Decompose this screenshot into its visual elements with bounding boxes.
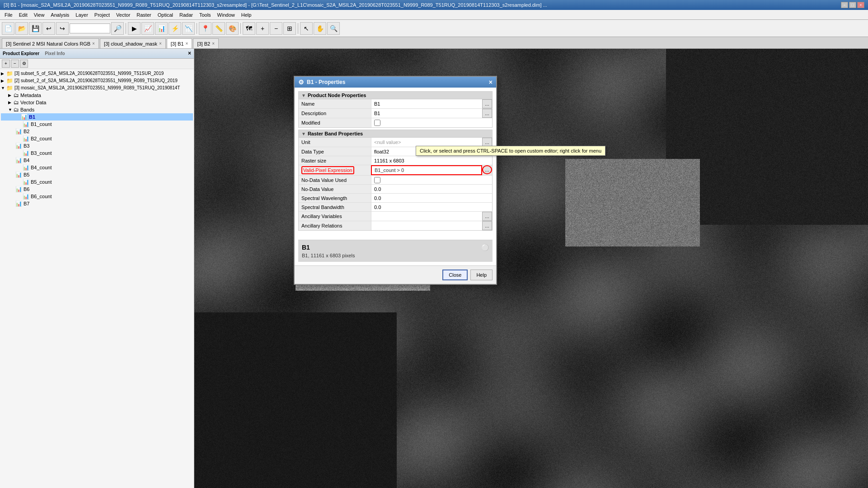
tab-close-icon[interactable]: × — [92, 41, 95, 46]
tree-item-subset2[interactable]: ▶ 📁 [2] subset_2_of_S2A_MSIL2A_20190628T… — [1, 77, 193, 84]
maximize-button[interactable]: □ — [849, 2, 856, 8]
pixel-info-tab[interactable]: Pixel Info — [45, 51, 65, 56]
cursor-btn[interactable]: ↖ — [300, 22, 313, 35]
tab-b2[interactable]: [3] B2 × — [193, 38, 219, 48]
prop-btn-description[interactable]: … — [482, 109, 492, 118]
title-bar: [3] B1 - [mosaic_S2A_MSIL2A_20190628T023… — [0, 0, 868, 10]
tab-natural-colors[interactable]: [3] Sentinel 2 MSI Natural Colors RGB × — [2, 38, 99, 48]
menu-optical[interactable]: Optical — [155, 11, 176, 19]
band-title-row: B1 ⚪ — [302, 244, 489, 251]
tree-item-b2[interactable]: 📊 B2 — [1, 128, 193, 135]
tree-label-b3count: B3_count — [31, 150, 193, 156]
minimize-button[interactable]: − — [841, 2, 848, 8]
tab-b1[interactable]: [3] B1 × — [167, 38, 192, 48]
tab-close-icon[interactable]: × — [159, 41, 162, 46]
zoom-out-btn[interactable]: − — [270, 22, 282, 35]
menu-help[interactable]: Help — [239, 11, 254, 19]
left-panel-close-btn[interactable]: × — [188, 50, 191, 56]
prop-value-rastersize: 11161 x 6803 — [371, 156, 492, 165]
menu-radar[interactable]: Radar — [177, 11, 196, 19]
undo-btn[interactable]: ↩ — [42, 22, 55, 35]
help-btn[interactable]: Help — [470, 270, 493, 280]
menu-view[interactable]: View — [31, 11, 47, 19]
close-btn[interactable]: Close — [442, 270, 468, 280]
tree-item-vectordata[interactable]: ▶ 🗂 Vector Data — [1, 99, 193, 106]
graph-btn[interactable]: 📈 — [141, 22, 154, 35]
pan-btn[interactable]: ✋ — [314, 22, 326, 35]
tree-item-b5[interactable]: 📊 B5 — [1, 171, 193, 178]
menu-analysis[interactable]: Analysis — [48, 11, 72, 19]
tab-cloud-shadow[interactable]: [3] cloud_shadow_mask × — [100, 38, 166, 48]
band-icon: 📊 — [23, 121, 29, 127]
nodata-used-checkbox[interactable] — [374, 177, 380, 183]
menu-tools[interactable]: Tools — [197, 11, 214, 19]
prop-label-name: Name — [299, 99, 371, 108]
product-explorer-tab[interactable]: Product Explorer — [3, 51, 39, 56]
menu-project[interactable]: Project — [92, 11, 113, 19]
redo-btn[interactable]: ↪ — [56, 22, 69, 35]
tree-item-b3count[interactable]: 📊 B3_count — [1, 149, 193, 157]
hist-btn[interactable]: 📉 — [182, 22, 195, 35]
modified-checkbox[interactable] — [374, 120, 380, 126]
pe-add-btn[interactable]: + — [2, 60, 10, 68]
close-window-button[interactable]: × — [857, 2, 864, 8]
zoom-input[interactable]: 1284/641980 — [70, 23, 110, 33]
tree-item-mosaic[interactable]: ▼ 📁 [3] mosaic_S2A_MSIL2A_20190628T02355… — [1, 84, 193, 92]
tab-close-icon[interactable]: × — [212, 41, 215, 46]
tree-item-b6[interactable]: 📊 B6 — [1, 186, 193, 193]
tree-item-b2count[interactable]: 📊 B2_count — [1, 135, 193, 142]
fit-btn[interactable]: ⊞ — [283, 22, 296, 35]
process-btn[interactable]: ▶ — [128, 22, 141, 35]
tree-item-b1count[interactable]: 📊 B1_count — [1, 121, 193, 128]
nav-btn[interactable]: 🗺 — [243, 22, 255, 35]
menu-window[interactable]: Window — [215, 11, 238, 19]
pe-remove-btn[interactable]: − — [11, 60, 19, 68]
scatter-btn[interactable]: ⚡ — [169, 22, 181, 35]
tree-label-b4: B4 — [23, 158, 193, 163]
tree-label: [2] subset_2_of_S2A_MSIL2A_20190628T0235… — [14, 78, 193, 83]
product-tree: ▶ 📁 [3] subset_5_of_S2A_MSIL2A_20190628T… — [0, 69, 194, 488]
color-btn[interactable]: 🎨 — [226, 22, 239, 35]
main-content[interactable]: ⚙ B1 - Properties × ▼ Product Node Prope… — [194, 49, 868, 488]
properties-dialog[interactable]: ⚙ B1 - Properties × ▼ Product Node Prope… — [294, 76, 497, 285]
menu-raster[interactable]: Raster — [134, 11, 154, 19]
tree-item-b4count[interactable]: 📊 B4_count — [1, 164, 193, 171]
prop-label-modified: Modified — [299, 118, 371, 127]
prop-value-validpixel[interactable]: B1_count > 0 — [371, 165, 482, 175]
menu-file[interactable]: File — [2, 11, 15, 19]
prop-btn-name[interactable]: … — [482, 99, 492, 108]
tab-close-icon[interactable]: × — [186, 41, 188, 46]
tree-item-b6count[interactable]: 📊 B6_count — [1, 193, 193, 200]
prop-btn-ancillary-rel[interactable]: … — [482, 221, 492, 230]
tree-item-b3[interactable]: 📊 B3 — [1, 142, 193, 149]
band-circle-icon: ⚪ — [481, 244, 489, 251]
dialog-close-btn[interactable]: × — [489, 79, 493, 86]
tree-arrow: ▶ — [8, 93, 14, 98]
raster-band-section: ▼ Raster Band Properties Unit <null valu… — [298, 130, 493, 231]
tree-item-subset5[interactable]: ▶ 📁 [3] subset_5_of_S2A_MSIL2A_20190628T… — [1, 70, 193, 77]
pin-btn[interactable]: 📍 — [199, 22, 211, 35]
zoom-in-btn[interactable]: + — [256, 22, 269, 35]
tree-item-b1[interactable]: 📊 B1 — [1, 113, 193, 121]
prop-btn-unit[interactable]: … — [482, 138, 492, 147]
zoom-rect-btn[interactable]: 🔍 — [327, 22, 340, 35]
expand-icon: ▼ — [301, 131, 306, 136]
menu-edit[interactable]: Edit — [16, 11, 30, 19]
new-btn[interactable]: 📄 — [2, 22, 14, 35]
pe-settings-btn[interactable]: ⚙ — [20, 60, 28, 68]
save-btn[interactable]: 💾 — [29, 22, 42, 35]
zoom-tool[interactable]: 🔎 — [111, 22, 124, 35]
tree-item-metadata[interactable]: ▶ 🗂 Metadata — [1, 92, 193, 99]
menu-vector[interactable]: Vector — [113, 11, 133, 19]
prop-btn-validpixel[interactable]: … — [482, 165, 492, 174]
menu-layer[interactable]: Layer — [73, 11, 91, 19]
tree-item-b4[interactable]: 📊 B4 — [1, 157, 193, 164]
tree-item-b7[interactable]: 📊 B7 — [1, 200, 193, 207]
stats-btn[interactable]: 📊 — [155, 22, 168, 35]
tree-item-b5count[interactable]: 📊 B5_count — [1, 178, 193, 186]
measure-btn[interactable]: 📏 — [212, 22, 225, 35]
prop-btn-ancillary-vars[interactable]: … — [482, 212, 492, 221]
open-btn[interactable]: 📂 — [15, 22, 28, 35]
tree-item-bands[interactable]: ▼ 🗂 Bands — [1, 106, 193, 113]
content-row: Product Explorer Pixel Info × + − ⚙ ▶ 📁 — [0, 49, 868, 488]
